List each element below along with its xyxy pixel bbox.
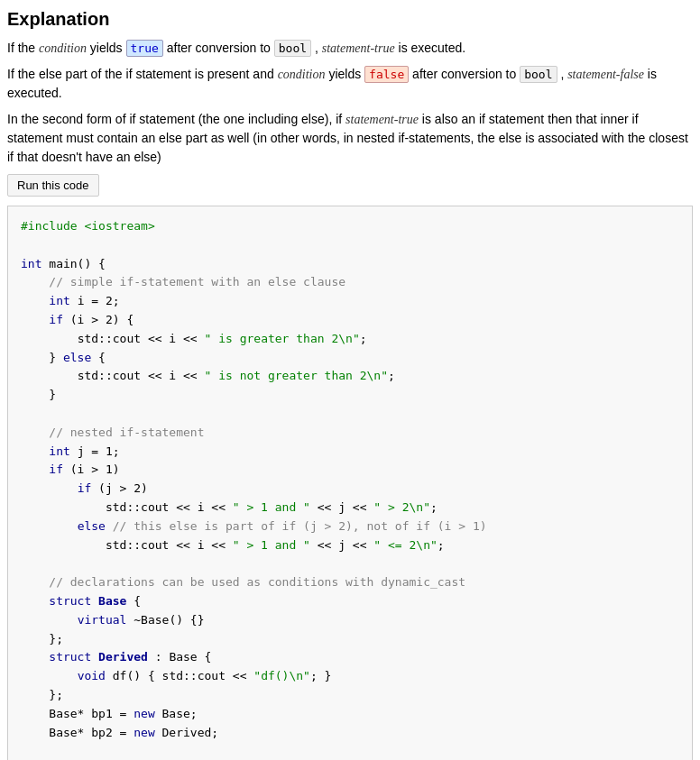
true-keyword: true <box>126 40 163 57</box>
paragraph-1: If the condition yields true after conve… <box>7 39 693 58</box>
condition-1: condition <box>39 41 87 55</box>
statement-true-2: statement-true <box>345 113 419 126</box>
code-block: #include <iostream> int main() { // simp… <box>7 206 693 760</box>
paragraph-2: If the else part of the if statement is … <box>7 65 693 103</box>
statement-true-1: statement-true <box>322 41 395 55</box>
run-button[interactable]: Run this code <box>7 174 99 197</box>
statement-false-1: statement-false <box>567 68 644 81</box>
bool-keyword-2: bool <box>520 66 557 83</box>
false-keyword: false <box>364 66 409 83</box>
paragraph-3: In the second form of if statement (the … <box>7 110 693 167</box>
condition-2: condition <box>278 68 326 81</box>
page-title: Explanation <box>7 9 693 30</box>
bool-keyword-1: bool <box>274 40 311 57</box>
